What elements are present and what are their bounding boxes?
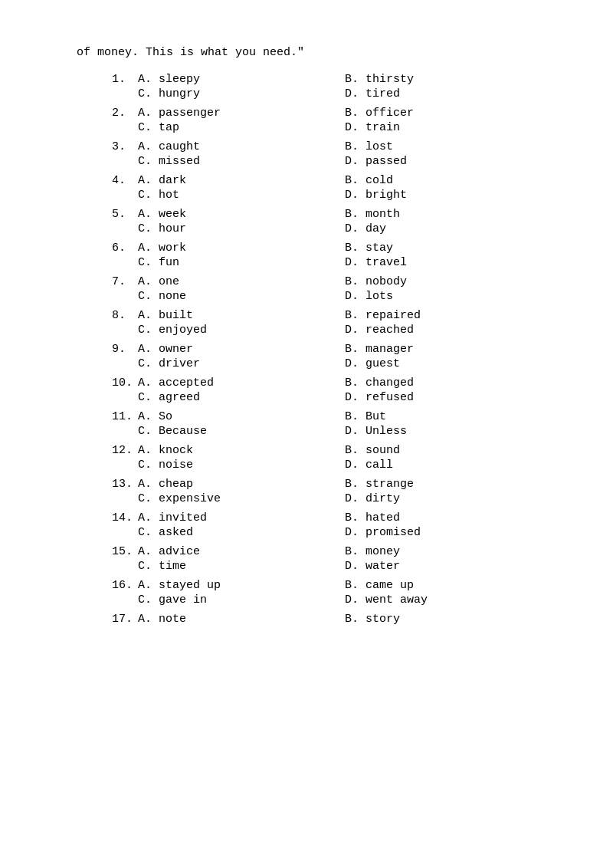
option-c-15: C. time (138, 560, 345, 573)
question-block-2: 2.A. passengerB. officerC. tapD. train (77, 107, 552, 134)
question-block-9: 9.A. ownerB. managerC. driverD. guest (77, 343, 552, 370)
row-ab-6: 6.A. workB. stay (112, 242, 552, 255)
question-num-5: 5. (112, 208, 135, 221)
question-num-8: 8. (112, 309, 135, 322)
option-a-4: A. dark (138, 174, 345, 187)
intro-text: of money. This is what you need." (77, 46, 552, 59)
row-cd-2: C. tapD. train (112, 121, 552, 134)
row-ab-9: 9.A. ownerB. manager (112, 343, 552, 356)
row-ab-14: 14.A. invitedB. hated (112, 511, 552, 524)
option-c-14: C. asked (138, 526, 345, 539)
question-num-9: 9. (112, 343, 135, 356)
option-b-4: B. cold (345, 174, 552, 187)
question-block-16: 16.A. stayed upB. came upC. gave inD. we… (77, 579, 552, 607)
row-ab-3: 3.A. caughtB. lost (112, 140, 552, 153)
question-num-10: 10. (112, 376, 135, 390)
option-a-3: A. caught (138, 140, 345, 153)
row-cd-14: C. askedD. promised (112, 526, 552, 539)
question-block-6: 6.A. workB. stayC. funD. travel (77, 242, 552, 269)
option-a-7: A. one (138, 275, 345, 288)
option-b-7: B. nobody (345, 275, 552, 288)
question-block-10: 10.A. acceptedB. changedC. agreedD. refu… (77, 376, 552, 404)
row-cd-4: C. hotD. bright (112, 189, 552, 202)
question-block-12: 12.A. knockB. soundC. noiseD. call (77, 444, 552, 472)
row-ab-15: 15.A. adviceB. money (112, 545, 552, 558)
row-ab-13: 13.A. cheapB. strange (112, 478, 552, 491)
option-c-16: C. gave in (138, 593, 345, 607)
row-cd-7: C. noneD. lots (112, 290, 552, 303)
option-c-3: C. missed (138, 155, 345, 168)
option-b-12: B. sound (345, 444, 552, 457)
option-c-2: C. tap (138, 121, 345, 134)
question-block-14: 14.A. invitedB. hatedC. askedD. promised (77, 511, 552, 539)
row-ab-8: 8.A. builtB. repaired (112, 309, 552, 322)
row-ab-10: 10.A. acceptedB. changed (112, 376, 552, 390)
option-a-10: A. accepted (138, 376, 345, 390)
option-a-8: A. built (138, 309, 345, 322)
option-d-2: D. train (345, 121, 552, 134)
question-num-15: 15. (112, 545, 135, 558)
question-num-17: 17. (112, 613, 135, 626)
option-d-12: D. call (345, 459, 552, 472)
question-num-14: 14. (112, 511, 135, 524)
option-b-3: B. lost (345, 140, 552, 153)
row-ab-2: 2.A. passengerB. officer (112, 107, 552, 120)
option-d-1: D. tired (345, 87, 552, 100)
question-num-13: 13. (112, 478, 135, 491)
question-block-7: 7.A. oneB. nobodyC. noneD. lots (77, 275, 552, 303)
option-b-2: B. officer (345, 107, 552, 120)
option-a-6: A. work (138, 242, 345, 255)
option-a-16: A. stayed up (138, 579, 345, 592)
option-a-15: A. advice (138, 545, 345, 558)
questions-container: 1.A. sleepyB. thirstyC. hungryD. tired2.… (77, 73, 552, 626)
option-a-17: A. note (138, 613, 345, 626)
option-d-9: D. guest (345, 357, 552, 370)
option-c-8: C. enjoyed (138, 324, 345, 337)
option-b-13: B. strange (345, 478, 552, 491)
option-c-6: C. fun (138, 256, 345, 269)
question-block-13: 13.A. cheapB. strangeC. expensiveD. dirt… (77, 478, 552, 505)
option-a-13: A. cheap (138, 478, 345, 491)
option-d-16: D. went away (345, 593, 552, 607)
option-b-10: B. changed (345, 376, 552, 390)
option-d-13: D. dirty (345, 492, 552, 505)
option-a-12: A. knock (138, 444, 345, 457)
row-cd-15: C. timeD. water (112, 560, 552, 573)
option-a-1: A. sleepy (138, 73, 345, 86)
option-d-15: D. water (345, 560, 552, 573)
question-block-11: 11.A. SoB. ButC. BecauseD. Unless (77, 410, 552, 438)
row-cd-13: C. expensiveD. dirty (112, 492, 552, 505)
row-cd-9: C. driverD. guest (112, 357, 552, 370)
option-c-5: C. hour (138, 222, 345, 235)
row-cd-12: C. noiseD. call (112, 459, 552, 472)
question-block-1: 1.A. sleepyB. thirstyC. hungryD. tired (77, 73, 552, 100)
option-d-6: D. travel (345, 256, 552, 269)
option-c-1: C. hungry (138, 87, 345, 100)
question-num-12: 12. (112, 444, 135, 457)
option-b-5: B. month (345, 208, 552, 221)
row-cd-11: C. BecauseD. Unless (112, 425, 552, 438)
option-c-7: C. none (138, 290, 345, 303)
row-ab-1: 1.A. sleepyB. thirsty (112, 73, 552, 86)
option-c-9: C. driver (138, 357, 345, 370)
row-ab-5: 5.A. weekB. month (112, 208, 552, 221)
option-c-13: C. expensive (138, 492, 345, 505)
option-a-9: A. owner (138, 343, 345, 356)
option-d-5: D. day (345, 222, 552, 235)
question-num-6: 6. (112, 242, 135, 255)
question-num-7: 7. (112, 275, 135, 288)
question-block-17: 17.A. noteB. story (77, 613, 552, 626)
row-ab-17: 17.A. noteB. story (112, 613, 552, 626)
question-num-4: 4. (112, 174, 135, 187)
option-b-1: B. thirsty (345, 73, 552, 86)
option-a-11: A. So (138, 410, 345, 423)
option-b-16: B. came up (345, 579, 552, 592)
option-d-10: D. refused (345, 391, 552, 404)
option-b-11: B. But (345, 410, 552, 423)
option-a-2: A. passenger (138, 107, 345, 120)
option-c-11: C. Because (138, 425, 345, 438)
row-cd-5: C. hourD. day (112, 222, 552, 235)
row-cd-3: C. missedD. passed (112, 155, 552, 168)
option-c-4: C. hot (138, 189, 345, 202)
row-cd-1: C. hungryD. tired (112, 87, 552, 100)
